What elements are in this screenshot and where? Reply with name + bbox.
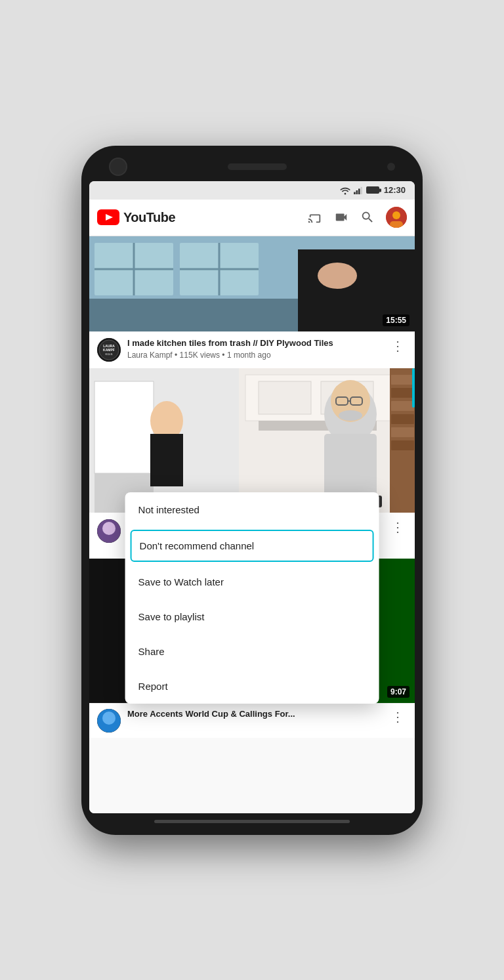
svg-rect-45 [391, 414, 414, 424]
video2-thumbnail[interactable]: :56 [89, 368, 415, 513]
phone-screen: 12:30 YouTube [89, 181, 415, 813]
status-time: 12:30 [384, 185, 406, 195]
svg-rect-47 [391, 440, 414, 450]
content-area: 15:55 LAURA KAMPF KÖLN I made kitchen ti… [89, 236, 415, 813]
svg-rect-28 [150, 434, 183, 486]
front-camera [109, 158, 127, 176]
speaker-grille [228, 163, 287, 170]
svg-point-7 [392, 211, 400, 219]
video3-duration: 9:07 [387, 686, 410, 698]
youtube-logo[interactable]: YouTube [97, 209, 302, 225]
not-interested-option[interactable]: Not interested [125, 492, 379, 527]
svg-rect-43 [391, 388, 414, 398]
youtube-logo-icon [97, 209, 119, 225]
svg-rect-44 [391, 401, 414, 411]
scroll-indicator [412, 368, 415, 408]
svg-text:KAMPF: KAMPF [103, 348, 115, 352]
video1-duration: 15:55 [383, 314, 410, 326]
video1-info: LAURA KAMPF KÖLN I made kitchen tiles fr… [89, 331, 415, 368]
video4-channel-avatar[interactable] [97, 709, 121, 733]
svg-rect-0 [354, 192, 356, 194]
svg-rect-31 [259, 381, 311, 414]
svg-point-49 [102, 522, 116, 535]
status-icons: 12:30 [340, 185, 406, 195]
video1-subtitle: Laura Kampf • 115K views • 1 month ago [127, 351, 382, 360]
svg-rect-46 [391, 427, 414, 437]
phone-frame: 12:30 YouTube [81, 146, 423, 835]
video1-title: I made kitchen tiles from trash // DIY P… [127, 338, 382, 349]
svg-point-68 [102, 712, 116, 725]
video2-more-button[interactable]: ⋮ [388, 519, 407, 535]
svg-point-18 [318, 263, 357, 289]
save-playlist-option[interactable]: Save to playlist [125, 599, 379, 634]
wifi-icon [340, 186, 350, 194]
video4-more-button[interactable]: ⋮ [388, 709, 407, 725]
share-option[interactable]: Share [125, 634, 379, 669]
video1-channel-avatar[interactable]: LAURA KAMPF KÖLN [97, 338, 121, 362]
svg-rect-8 [390, 221, 403, 228]
video1-meta: I made kitchen tiles from trash // DIY P… [127, 338, 382, 360]
video4-info: More Accents World Cup & Callings For...… [89, 703, 415, 738]
battery-icon [366, 186, 379, 194]
search-button[interactable] [360, 209, 375, 225]
dont-recommend-option[interactable]: Don't recommend channel [131, 530, 374, 562]
video1-thumb-bg [89, 236, 415, 331]
video4-meta: More Accents World Cup & Callings For... [127, 709, 382, 720]
svg-rect-3 [360, 186, 362, 194]
dont-recommend-wrapper: Don't recommend channel [125, 527, 379, 565]
user-avatar[interactable] [386, 207, 407, 228]
svg-rect-42 [391, 375, 414, 385]
context-menu: Not interested Don't recommend channel S… [125, 492, 379, 704]
youtube-header: YouTube [89, 200, 415, 236]
save-watch-later-option[interactable]: Save to Watch later [125, 565, 379, 599]
signal-icon [354, 186, 363, 194]
report-option[interactable]: Report [125, 669, 379, 704]
video1-thumbnail[interactable]: 15:55 [89, 236, 415, 331]
svg-rect-25 [94, 381, 154, 473]
youtube-logo-text: YouTube [123, 210, 175, 225]
svg-text:KÖLN: KÖLN [106, 352, 113, 356]
svg-rect-1 [356, 190, 358, 194]
status-bar: 12:30 [89, 181, 415, 200]
video1-more-button[interactable]: ⋮ [388, 338, 407, 354]
video2-channel-avatar[interactable] [97, 519, 121, 543]
svg-point-39 [339, 410, 362, 421]
header-action-icons [307, 207, 407, 228]
phone-home-indicator [154, 820, 350, 823]
svg-rect-2 [358, 188, 360, 194]
phone-top-area [89, 158, 415, 176]
camera-button[interactable] [333, 209, 349, 225]
video4-title: More Accents World Cup & Callings For... [127, 709, 382, 720]
sensor-dot [387, 163, 395, 171]
cast-button[interactable] [307, 209, 323, 225]
